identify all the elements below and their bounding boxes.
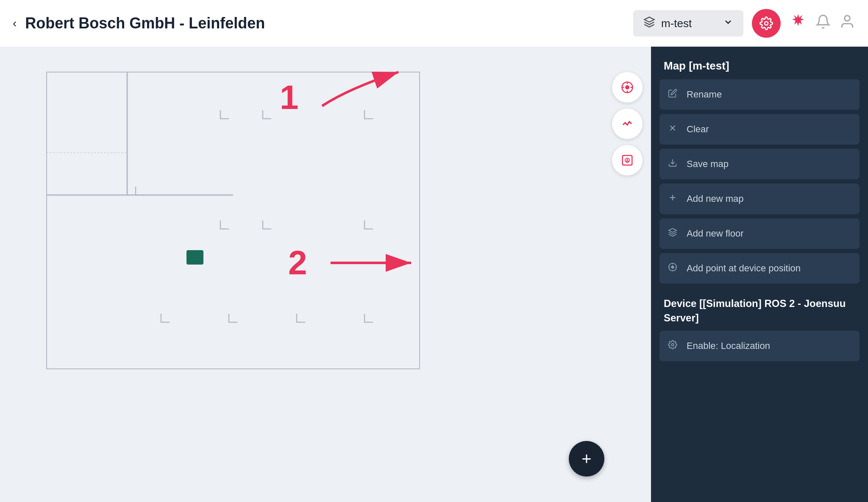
- svg-rect-3: [47, 72, 420, 369]
- device-section-title: Device [[Simulation] ROS 2 - Joensuu Ser…: [659, 296, 860, 325]
- svg-point-2: [845, 16, 850, 21]
- save-map-button[interactable]: Save map: [659, 149, 860, 179]
- user-icon[interactable]: [839, 14, 855, 33]
- clear-icon: [668, 123, 680, 135]
- add-point-label: Add point at device position: [687, 263, 801, 274]
- clear-label: Clear: [687, 124, 709, 135]
- map-selector-label: m-test: [661, 17, 723, 30]
- bell-icon[interactable]: [815, 14, 831, 33]
- page-title: Robert Bosch GmbH - Leinfelden: [25, 14, 633, 32]
- annotate-control-button[interactable]: A: [612, 145, 643, 176]
- map-selector[interactable]: m-test: [633, 10, 743, 36]
- save-map-label: Save map: [687, 159, 729, 170]
- svg-marker-24: [669, 229, 676, 232]
- map-controls: A: [612, 72, 643, 176]
- floor-plan: [42, 68, 424, 373]
- header: ‹ Robert Bosch GmbH - Leinfelden m-test: [0, 0, 868, 47]
- add-new-floor-label: Add new floor: [687, 228, 744, 239]
- add-point-button[interactable]: Add point at device position: [659, 253, 860, 284]
- add-floor-icon: [668, 228, 680, 240]
- map-area[interactable]: A 1 2: [0, 47, 651, 502]
- target-control-button[interactable]: [612, 72, 643, 103]
- localization-icon: [668, 340, 680, 352]
- svg-point-26: [671, 266, 674, 268]
- right-panel: Map [m-test] Rename Clear: [651, 47, 868, 502]
- add-new-map-label: Add new map: [687, 193, 744, 204]
- chevron-down-icon: [723, 17, 733, 30]
- rename-label: Rename: [687, 89, 722, 100]
- svg-text:A: A: [626, 158, 629, 163]
- svg-point-1: [765, 22, 768, 25]
- analytics-control-button[interactable]: [612, 109, 643, 139]
- plus-button[interactable]: +: [569, 441, 604, 477]
- svg-marker-0: [644, 17, 654, 22]
- add-new-map-button[interactable]: Add new map: [659, 184, 860, 214]
- add-point-icon: [668, 262, 680, 274]
- rename-button[interactable]: Rename: [659, 79, 860, 110]
- snowflake-icon[interactable]: [789, 13, 807, 34]
- gear-button[interactable]: [752, 9, 781, 38]
- main-content: A 1 2: [0, 47, 868, 502]
- save-icon: [668, 158, 680, 170]
- robot-marker: [186, 250, 203, 265]
- enable-localization-button[interactable]: Enable: Localization: [659, 331, 860, 361]
- header-icons: [752, 9, 855, 38]
- svg-point-8: [626, 86, 629, 89]
- add-map-icon: [668, 193, 680, 205]
- back-button[interactable]: ‹: [13, 17, 17, 30]
- svg-point-31: [671, 343, 674, 346]
- add-new-floor-button[interactable]: Add new floor: [659, 218, 860, 249]
- enable-localization-label: Enable: Localization: [687, 340, 770, 351]
- clear-button[interactable]: Clear: [659, 114, 860, 145]
- map-section-title: Map [m-test]: [659, 59, 860, 73]
- rename-icon: [668, 89, 680, 100]
- layers-icon: [643, 16, 655, 31]
